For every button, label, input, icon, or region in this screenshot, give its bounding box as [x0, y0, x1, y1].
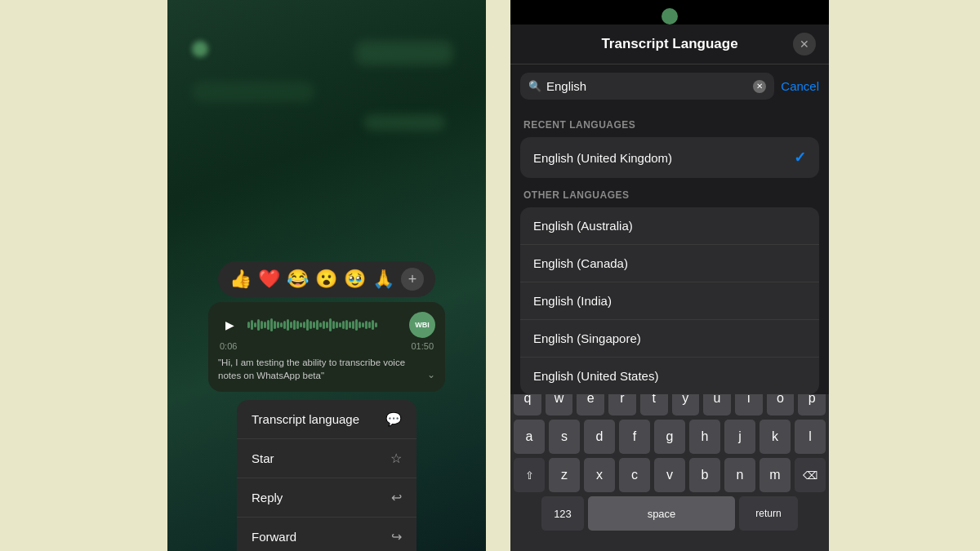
key-f[interactable]: f: [619, 420, 650, 454]
emoji-teary[interactable]: 🥹: [344, 269, 366, 290]
selected-checkmark-icon: ✓: [794, 149, 806, 167]
time-start: 0:06: [220, 341, 237, 351]
menu-forward-label: Forward: [252, 530, 296, 544]
keyboard: q w e r t y u i o p a s d f g h j k l ⇧ …: [510, 375, 829, 551]
modal-close-button[interactable]: ✕: [793, 33, 816, 56]
other-languages-list: English (Australia) English (Canada) Eng…: [520, 207, 819, 394]
key-n[interactable]: n: [724, 458, 755, 492]
key-z[interactable]: z: [549, 458, 580, 492]
other-languages-header: OTHER LANGUAGES: [520, 178, 819, 207]
emoji-laugh[interactable]: 😂: [287, 269, 309, 290]
reply-icon: ↩: [391, 490, 402, 505]
bg-bubble: [192, 82, 314, 102]
other-languages-section: OTHER LANGUAGES English (Australia) Engl…: [510, 178, 829, 394]
chevron-down-icon[interactable]: ⌄: [427, 368, 435, 382]
recent-languages-section: RECENT LANGUAGES English (United Kingdom…: [510, 108, 829, 178]
menu-item-reply[interactable]: Reply ↩: [237, 478, 416, 518]
search-bar: 🔍 ✕ Cancel: [510, 64, 829, 108]
transcript-icon: 💬: [385, 411, 402, 427]
lang-item-english-us[interactable]: English (United States): [520, 358, 819, 394]
key-x[interactable]: x: [584, 458, 615, 492]
key-j[interactable]: j: [724, 420, 755, 454]
menu-item-star[interactable]: Star ☆: [237, 439, 416, 478]
emoji-reaction-bar: 👍 ❤️ 😂 😮 🥹 🙏 +: [218, 261, 435, 297]
lang-name-english-uk: English (United Kingdom): [533, 151, 672, 165]
key-a[interactable]: a: [514, 420, 545, 454]
top-avatar: [662, 8, 678, 24]
play-button[interactable]: ▶: [218, 313, 241, 336]
emoji-pray[interactable]: 🙏: [372, 269, 394, 290]
backspace-key[interactable]: ⌫: [795, 458, 826, 492]
lang-item-english-in[interactable]: English (India): [520, 282, 819, 320]
clear-search-button[interactable]: ✕: [753, 80, 766, 93]
right-phone: Transcript Language ✕ 🔍 ✕ Cancel RECENT …: [510, 0, 829, 551]
search-input[interactable]: [546, 79, 748, 93]
lang-item-english-sg[interactable]: English (Singapore): [520, 320, 819, 358]
time-end: 01:50: [411, 341, 434, 351]
lang-item-english-uk[interactable]: English (United Kingdom) ✓: [520, 137, 819, 178]
transcript-language-modal: Transcript Language ✕ 🔍 ✕ Cancel RECENT …: [510, 24, 829, 394]
key-d[interactable]: d: [584, 420, 615, 454]
menu-star-label: Star: [252, 451, 274, 465]
add-emoji-button[interactable]: +: [401, 268, 424, 291]
key-b[interactable]: b: [689, 458, 720, 492]
emoji-surprised[interactable]: 😮: [315, 269, 337, 290]
space-key[interactable]: space: [588, 496, 735, 531]
key-c[interactable]: c: [619, 458, 650, 492]
keyboard-row-3: ⇧ z x c v b n m ⌫: [514, 458, 826, 492]
numbers-key[interactable]: 123: [541, 496, 584, 531]
lang-name-english-in: English (India): [533, 294, 612, 308]
key-k[interactable]: k: [760, 420, 791, 454]
bg-avatar: [192, 41, 208, 57]
menu-item-forward[interactable]: Forward ↪: [237, 518, 416, 551]
left-phone: 👍 ❤️ 😂 😮 🥹 🙏 + ▶: [167, 0, 486, 551]
search-icon: 🔍: [528, 80, 541, 92]
return-key[interactable]: return: [739, 496, 798, 531]
lang-item-english-ca[interactable]: English (Canada): [520, 245, 819, 282]
bg-bubble: [363, 114, 445, 131]
voice-message-bubble: ▶: [208, 302, 445, 392]
sender-avatar: WBI: [409, 312, 435, 338]
bg-bubble: [355, 41, 453, 65]
emoji-heart[interactable]: ❤️: [258, 269, 280, 290]
menu-reply-label: Reply: [252, 491, 283, 504]
key-s[interactable]: s: [549, 420, 580, 454]
waveform: [247, 317, 403, 333]
keyboard-row-4: 123 space return: [514, 496, 826, 531]
keyboard-row-2: a s d f g h j k l: [514, 420, 826, 454]
star-icon: ☆: [390, 451, 402, 466]
cancel-button[interactable]: Cancel: [781, 79, 819, 93]
menu-transcript-label: Transcript language: [252, 412, 359, 426]
emoji-thumbsup[interactable]: 👍: [229, 269, 252, 290]
search-input-wrapper: 🔍 ✕: [520, 73, 774, 100]
key-m[interactable]: m: [760, 458, 791, 492]
key-g[interactable]: g: [654, 420, 685, 454]
transcript-text: "Hi, I am testing the ability to transcr…: [218, 356, 414, 382]
recent-languages-header: RECENT LANGUAGES: [520, 108, 819, 137]
lang-name-english-sg: English (Singapore): [533, 331, 641, 345]
forward-icon: ↪: [391, 529, 402, 544]
recent-languages-list: English (United Kingdom) ✓: [520, 137, 819, 178]
menu-item-transcript-language[interactable]: Transcript language 💬: [237, 400, 416, 439]
context-menu: Transcript language 💬 Star ☆ Reply ↩ For…: [237, 400, 416, 551]
lang-name-english-ca: English (Canada): [533, 256, 628, 270]
modal-header: Transcript Language ✕: [510, 24, 829, 64]
lang-name-english-us: English (United States): [533, 369, 658, 383]
key-v[interactable]: v: [654, 458, 685, 492]
key-l[interactable]: l: [795, 420, 826, 454]
lang-item-english-au[interactable]: English (Australia): [520, 207, 819, 245]
modal-title: Transcript Language: [601, 36, 737, 52]
shift-key[interactable]: ⇧: [514, 458, 545, 492]
lang-name-english-au: English (Australia): [533, 219, 633, 233]
key-h[interactable]: h: [689, 420, 720, 454]
